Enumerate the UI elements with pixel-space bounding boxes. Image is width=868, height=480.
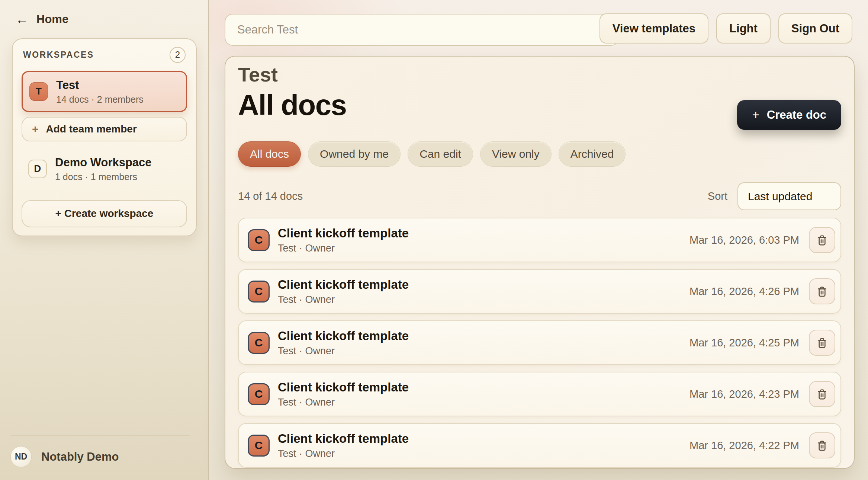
workspace-name: Test — [56, 78, 144, 93]
plus-icon: + — [32, 123, 39, 135]
footer-divider — [10, 435, 190, 436]
search-input[interactable] — [225, 14, 619, 46]
trash-icon — [815, 336, 829, 350]
doc-title: Client kickoff template — [278, 329, 689, 343]
workspace-name: Demo Workspace — [55, 156, 152, 170]
create-workspace-label: + Create workspace — [55, 208, 154, 220]
theme-toggle-button[interactable]: Light — [716, 13, 771, 44]
doc-updated: Mar 16, 2026, 6:03 PM — [689, 234, 799, 246]
home-label: Home — [36, 13, 68, 26]
workspace-item-test[interactable]: T Test 14 docs · 2 members — [22, 71, 187, 112]
doc-meta: Test · Owner — [278, 345, 689, 357]
doc-title: Client kickoff template — [278, 380, 689, 395]
trash-icon — [815, 439, 829, 452]
doc-updated: Mar 16, 2026, 4:25 PM — [689, 337, 799, 349]
trash-icon — [815, 387, 829, 401]
doc-texts: Client kickoff template Test · Owner — [278, 431, 689, 460]
create-doc-label: Create doc — [767, 108, 826, 122]
panel-header: Test All docs + Create doc — [225, 57, 854, 121]
doc-title: Client kickoff template — [278, 226, 689, 241]
doc-avatar: C — [248, 435, 270, 457]
doc-row[interactable]: C Client kickoff template Test · Owner M… — [238, 218, 841, 262]
topbar-buttons: View templates Light Sign Out — [599, 13, 852, 44]
workspace-avatar: T — [29, 82, 48, 101]
doc-meta: Test · Owner — [278, 243, 689, 254]
trash-icon — [815, 285, 829, 298]
workspaces-count-badge: 2 — [170, 47, 186, 63]
sign-out-button[interactable]: Sign Out — [778, 13, 852, 44]
sidebar-footer: ND Notably Demo — [10, 435, 190, 467]
filter-pills: All docs Owned by me Can edit View only … — [238, 141, 841, 167]
doc-title: Client kickoff template — [278, 277, 689, 292]
doc-list: C Client kickoff template Test · Owner M… — [238, 218, 841, 468]
delete-doc-button[interactable] — [809, 381, 835, 407]
workspace-meta: 14 docs · 2 members — [56, 94, 144, 105]
delete-doc-button[interactable] — [809, 278, 835, 304]
create-doc-button[interactable]: + Create doc — [737, 100, 841, 130]
user-name: Notably Demo — [41, 450, 119, 464]
docs-panel: Test All docs + Create doc All docs Owne… — [225, 56, 855, 469]
main-area: View templates Light Sign Out Test All d… — [209, 0, 868, 480]
doc-meta: Test · Owner — [278, 448, 689, 460]
doc-meta: Test · Owner — [278, 397, 689, 408]
add-team-member-label: Add team member — [46, 123, 137, 135]
doc-texts: Client kickoff template Test · Owner — [278, 380, 689, 409]
docs-count: 14 of 14 docs — [238, 190, 303, 202]
delete-doc-button[interactable] — [809, 227, 835, 253]
trash-icon — [815, 233, 829, 247]
doc-row[interactable]: C Client kickoff template Test · Owner M… — [238, 320, 841, 365]
filter-can-edit[interactable]: Can edit — [408, 141, 473, 167]
sidebar: ← Home WORKSPACES 2 T Test 14 docs · 2 m… — [0, 0, 209, 480]
add-team-member-button[interactable]: + Add team member — [22, 117, 187, 141]
doc-texts: Client kickoff template Test · Owner — [278, 329, 689, 357]
doc-meta: Test · Owner — [278, 294, 689, 305]
sort-label: Sort — [708, 190, 727, 202]
doc-avatar: C — [248, 281, 270, 303]
workspaces-title: WORKSPACES — [23, 50, 94, 60]
doc-avatar: C — [248, 332, 270, 354]
doc-title: Client kickoff template — [278, 431, 689, 446]
filter-all-docs[interactable]: All docs — [238, 141, 301, 167]
workspace-meta: 1 docs · 1 members — [55, 172, 152, 182]
home-link[interactable]: ← Home — [0, 0, 208, 26]
doc-updated: Mar 16, 2026, 4:23 PM — [689, 388, 799, 400]
back-arrow-icon: ← — [16, 13, 28, 26]
delete-doc-button[interactable] — [809, 432, 835, 458]
filter-owned-by-me[interactable]: Owned by me — [308, 141, 401, 167]
list-meta-row: 14 of 14 docs Sort Last updated — [238, 182, 841, 210]
delete-doc-button[interactable] — [809, 330, 835, 356]
workspace-title: Test — [238, 63, 841, 87]
workspace-info: Test 14 docs · 2 members — [56, 78, 144, 105]
doc-texts: Client kickoff template Test · Owner — [278, 226, 689, 255]
filter-archived[interactable]: Archived — [559, 141, 626, 167]
doc-row[interactable]: C Client kickoff template Test · Owner M… — [238, 269, 841, 314]
filter-view-only[interactable]: View only — [480, 141, 552, 167]
user-menu[interactable]: ND Notably Demo — [10, 446, 190, 467]
user-avatar: ND — [10, 446, 32, 467]
workspace-item-demo[interactable]: D Demo Workspace 1 docs · 1 members — [22, 150, 187, 188]
sort-select[interactable]: Last updated — [737, 182, 841, 210]
workspaces-panel: WORKSPACES 2 T Test 14 docs · 2 members … — [12, 38, 197, 236]
doc-updated: Mar 16, 2026, 4:26 PM — [689, 285, 799, 298]
workspaces-header: WORKSPACES 2 — [22, 47, 187, 63]
doc-avatar: C — [248, 229, 270, 251]
doc-updated: Mar 16, 2026, 4:22 PM — [689, 439, 799, 452]
doc-texts: Client kickoff template Test · Owner — [278, 277, 689, 306]
doc-avatar: C — [248, 383, 270, 405]
view-templates-button[interactable]: View templates — [599, 13, 708, 44]
plus-icon: + — [752, 108, 759, 122]
doc-row[interactable]: C Client kickoff template Test · Owner M… — [238, 372, 841, 416]
sort-group: Sort Last updated — [708, 182, 841, 210]
workspace-info: Demo Workspace 1 docs · 1 members — [55, 156, 152, 182]
doc-row[interactable]: C Client kickoff template Test · Owner M… — [238, 423, 841, 468]
create-workspace-button[interactable]: + Create workspace — [22, 200, 187, 227]
workspace-avatar: D — [28, 160, 47, 178]
